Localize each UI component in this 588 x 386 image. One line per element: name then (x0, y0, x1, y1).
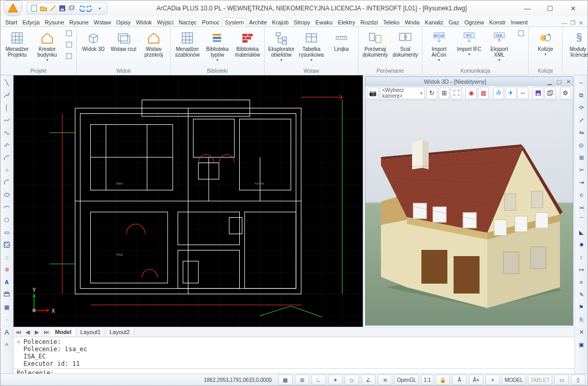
ribbon-eksplorator-obiekt-w-button[interactable]: Eksplorator obiektów▾ (267, 28, 296, 64)
view3d-close-icon[interactable]: ✕ (564, 78, 573, 85)
modify-erase-icon[interactable]: ✕ (576, 327, 586, 337)
ribbon-tab-kanaliz[interactable]: Kanaliz (422, 18, 446, 26)
view3d-canvas[interactable] (365, 100, 573, 325)
qat-dropdown-icon[interactable]: ▾ (95, 4, 104, 12)
maximize-button[interactable]: ☐ (539, 1, 562, 16)
mdi-minimize-icon[interactable]: — (562, 20, 567, 26)
mdi-restore-icon[interactable]: ❐ (570, 20, 576, 26)
modify-explode-icon[interactable]: ✸ (576, 239, 586, 250)
ribbon-tab-inwent[interactable]: Inwent (508, 18, 530, 26)
modify-lengthen-icon[interactable]: ↦ (576, 264, 586, 275)
camera-icon[interactable]: 📷 (367, 87, 379, 99)
ribbon-eksport-xml-button[interactable]: XMLEksport XML▾ (485, 28, 514, 64)
mini-button-0[interactable] (64, 28, 74, 38)
modify-group-icon[interactable]: ▣ (576, 339, 586, 350)
model-button[interactable]: MODEL (502, 375, 526, 385)
modify-break-icon[interactable]: ⎋ (576, 190, 586, 200)
ribbon-tab-wyjści[interactable]: Wyjści (155, 18, 176, 26)
mini-button-2[interactable] (64, 51, 74, 61)
render-textured-icon[interactable]: ▦ (478, 87, 489, 99)
modify-offset-icon[interactable]: ◎ (576, 140, 586, 150)
ribbon-kreator-budynku-button[interactable]: Kreator budynku▾ (33, 28, 62, 64)
modify-scale-icon[interactable]: ⤢ (576, 115, 586, 125)
ribbon-tab-system[interactable]: System (222, 18, 247, 26)
ribbon-wstaw-rzut-button[interactable]: Wstaw rzut (109, 28, 138, 54)
text-multi-icon[interactable]: A (2, 339, 12, 350)
ribbon-tab-opisy[interactable]: Opisy (114, 18, 133, 26)
line-tool-icon[interactable]: ╲ (2, 77, 12, 88)
annoscale-toggle[interactable]: 🔒 (435, 375, 450, 385)
point-tool-icon[interactable]: · (2, 314, 12, 325)
ribbon-tab-rysune[interactable]: Rysune (67, 18, 91, 26)
layout-tab-model[interactable]: Model (51, 328, 76, 336)
modify-props-icon[interactable]: ⚑ (576, 302, 586, 312)
ribbon-widok-3d-button[interactable]: Widok 3D (79, 28, 108, 54)
ribbon-tabelka-rysunkowa-button[interactable]: Tabelka rysunkowa▾ (297, 28, 326, 64)
annoauto-toggle[interactable]: Å+ (469, 375, 483, 385)
close-button[interactable]: ✕ (562, 1, 584, 16)
spline-tool-icon[interactable] (2, 115, 12, 125)
ribbon-import-ifc-button[interactable]: IFCImport IFC▾ (455, 28, 484, 58)
ribbon-tab-start[interactable]: Start (3, 18, 20, 26)
wipeout-tool-icon[interactable]: ▦ (2, 302, 12, 312)
scale-indicator[interactable]: 1:1 (421, 375, 433, 385)
qat-undo-icon[interactable] (77, 4, 85, 12)
ribbon-menad-er-projektu-button[interactable]: Menadżer Projektu (3, 28, 32, 59)
drawing-canvas[interactable]: X Y Salon Pokój Kuchnia (13, 75, 364, 327)
lwt-toggle[interactable]: ≋ (378, 375, 392, 385)
layout-tab-layout1[interactable]: Layout1 (76, 328, 105, 336)
save-view-icon[interactable] (532, 87, 544, 99)
extra1-toggle[interactable]: ▭ (554, 375, 569, 385)
rect-tool-icon[interactable]: ▭ (2, 227, 12, 237)
ribbon-por-wnaj-dokumenty-button[interactable]: Porównaj dokumenty (361, 28, 390, 59)
polyline-tool-icon[interactable] (2, 90, 12, 100)
ribbon-tab-archite[interactable]: Archite (247, 18, 269, 26)
modify-extend-icon[interactable]: ⇥ (576, 177, 586, 188)
text-a-icon[interactable]: A (2, 327, 12, 337)
command-close-icon[interactable]: × (17, 338, 20, 345)
tablet-button[interactable]: TABLET (528, 375, 552, 385)
ribbon-tab-ewaku[interactable]: Ewaku (313, 18, 335, 26)
modify-join-icon[interactable]: ⫘ (576, 202, 586, 212)
print-icon[interactable] (2, 289, 12, 300)
render-shaded-icon[interactable]: ◉ (466, 87, 477, 99)
mdi-close-icon[interactable]: ✕ (579, 20, 583, 26)
modify-move-icon[interactable]: ↔ (576, 77, 586, 88)
ribbon-biblioteka-typ-w-button[interactable]: Biblioteka typów▾ (203, 28, 232, 64)
grid-toggle[interactable]: ⊞ (295, 375, 309, 385)
hatch-tool-icon[interactable] (2, 239, 12, 250)
qat-open-icon[interactable] (39, 4, 48, 12)
tab-next-icon[interactable]: ▶ (32, 329, 42, 336)
vline-tool-icon[interactable]: │ (2, 102, 12, 113)
dyn-toggle[interactable]: + (485, 375, 500, 385)
ribbon-linijka-button[interactable]: Linijka (327, 28, 356, 54)
annovisibility-toggle[interactable]: Å (452, 375, 467, 385)
qat-save-icon[interactable] (58, 4, 66, 12)
text-single-icon[interactable]: A (2, 277, 12, 287)
ribbon-tab-pomoc[interactable]: Pomoc (199, 18, 222, 26)
ribbon-scal-dokumenty-button[interactable]: Scal dokumenty (391, 28, 420, 59)
ribbon-tab-gaz[interactable]: Gaz (446, 18, 462, 26)
qat-wand-icon[interactable] (49, 4, 57, 12)
ribbon-tab-konstr[interactable]: Konstr (487, 18, 509, 26)
copy-view-icon[interactable] (544, 87, 556, 99)
ribbon-tab-stropy[interactable]: Stropy (291, 18, 313, 26)
ribbon-tab-wstaw[interactable]: Wstaw (91, 18, 114, 26)
ribbon-tab-elektry[interactable]: Elektry (335, 18, 358, 26)
modify-fillet-icon[interactable]: ⌒ (576, 215, 586, 225)
ribbon-modu-y-i-licencje-button[interactable]: §Moduły i licencje (565, 28, 588, 59)
ribbon-tab-widok[interactable]: Widok (133, 18, 155, 26)
mini-button-1[interactable] (64, 39, 74, 50)
layout-tab-layout2[interactable]: Layout2 (105, 328, 134, 336)
ribbon-biblioteka-materia-w-button[interactable]: Biblioteka materiałów (233, 28, 262, 59)
modify-trim-icon[interactable]: ✂ (576, 165, 586, 175)
modify-copy-icon[interactable]: ⧉ (576, 90, 586, 100)
freehand-tool-icon[interactable] (2, 127, 12, 138)
ribbon-wstaw-przekr-j-button[interactable]: Wstaw przekrój (139, 28, 168, 59)
ortho-toggle[interactable]: ∟ (311, 375, 326, 385)
ribbon-tab-teleko[interactable]: Teleko (380, 18, 402, 26)
modify-chamfer-icon[interactable]: ◣ (576, 227, 586, 237)
arc-tool-icon[interactable] (2, 152, 12, 163)
modify-array-icon[interactable]: ⊞ (576, 152, 586, 163)
polar-toggle[interactable]: ✶ (328, 375, 343, 385)
